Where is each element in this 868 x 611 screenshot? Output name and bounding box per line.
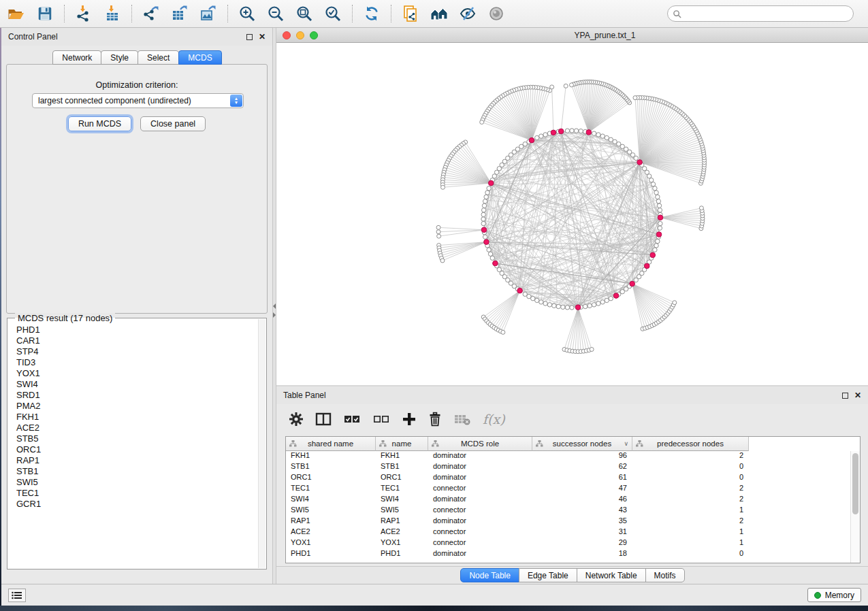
column-header-MCDS-role[interactable]: MCDS role	[428, 437, 532, 451]
close-panel-button[interactable]: Close panel	[140, 116, 206, 131]
splitter-collapse-right-icon[interactable]	[273, 312, 276, 318]
mcds-result-title: MCDS result (17 nodes)	[15, 313, 115, 323]
tab-select[interactable]: Select	[138, 50, 179, 65]
import-network-icon[interactable]	[69, 2, 98, 25]
control-panel-title: Control Panel	[8, 32, 58, 42]
mcds-result-item[interactable]: ORC1	[16, 444, 266, 455]
mcds-result-item[interactable]: RAP1	[16, 455, 266, 466]
table-row[interactable]: ACE2ACE2connector311	[286, 527, 860, 538]
show-all-icon[interactable]	[482, 2, 511, 25]
zoom-fit-icon[interactable]	[290, 2, 319, 25]
hide-selected-icon[interactable]	[453, 2, 482, 25]
cell-shared-name: SWI5	[286, 506, 376, 516]
table-row[interactable]: STB1STB1dominator620	[286, 462, 860, 473]
select-all-columns-icon[interactable]	[343, 412, 361, 427]
export-table-icon[interactable]	[165, 2, 194, 25]
network-canvas[interactable]	[276, 43, 868, 385]
cell-shared-name: STB1	[286, 462, 376, 473]
toolbar-separator	[64, 5, 65, 22]
mcds-result-item[interactable]: STP4	[16, 346, 266, 357]
first-neighbors-icon[interactable]	[425, 2, 453, 25]
search-box[interactable]	[667, 5, 854, 22]
mcds-result-item[interactable]: CAR1	[16, 335, 266, 346]
mcds-result-item[interactable]: PHD1	[16, 325, 266, 335]
cell-successor-nodes: 62	[532, 462, 632, 473]
mcds-result-item[interactable]: TEC1	[16, 488, 266, 499]
zoom-out-icon[interactable]	[261, 2, 290, 25]
table-scrollbar[interactable]	[850, 451, 860, 563]
network-window-titlebar[interactable]: YPA_prune.txt_1	[276, 28, 868, 43]
mcds-result-item[interactable]: ACE2	[16, 423, 266, 433]
table-scrollbar-thumb[interactable]	[852, 453, 858, 514]
toolbar-separator	[227, 5, 228, 22]
cell-name: PHD1	[376, 549, 428, 560]
task-history-button[interactable]	[8, 589, 26, 602]
create-column-plus-icon[interactable]	[402, 412, 417, 427]
splitter-collapse-left-icon[interactable]	[273, 303, 276, 309]
column-header-shared-name[interactable]: shared name	[286, 437, 376, 451]
delete-column-trash-icon[interactable]	[428, 412, 442, 427]
network-graph	[276, 43, 868, 385]
mcds-result-item[interactable]: STB5	[16, 433, 266, 444]
cell-shared-name: SWI4	[286, 495, 376, 506]
column-header-name[interactable]: name	[376, 437, 428, 451]
mcds-result-item[interactable]: YOX1	[16, 368, 266, 379]
table-row[interactable]: ORC1ORC1dominator610	[286, 473, 860, 484]
export-network-icon[interactable]	[137, 2, 165, 25]
mcds-result-item[interactable]: SWI4	[16, 379, 266, 390]
column-header-predecessor-nodes[interactable]: predecessor nodes	[632, 437, 749, 451]
tab-style[interactable]: Style	[101, 50, 138, 65]
tab-network-table[interactable]: Network Table	[577, 568, 646, 582]
table-row[interactable]: SWI5SWI5connector431	[286, 506, 860, 516]
optimization-criterion-label: Optimization criterion:	[7, 80, 267, 90]
cell-MCDS-role: connector	[428, 506, 532, 516]
cell-name: ACE2	[376, 527, 428, 538]
result-scrollbar[interactable]	[258, 319, 266, 568]
cell-successor-nodes: 61	[532, 473, 632, 484]
mcds-result-item[interactable]: SWI5	[16, 477, 266, 488]
tab-network[interactable]: Network	[52, 50, 101, 65]
float-table-panel-icon[interactable]	[842, 393, 848, 399]
tab-edge-table[interactable]: Edge Table	[519, 568, 577, 582]
mcds-result-item[interactable]: STB1	[16, 466, 266, 477]
table-row[interactable]: TEC1TEC1connector472	[286, 484, 860, 495]
table-row[interactable]: YOX1YOX1connector291	[286, 538, 860, 549]
cell-predecessor-nodes: 1	[632, 538, 749, 549]
refresh-icon[interactable]	[357, 2, 386, 25]
table-settings-gear-icon[interactable]	[289, 412, 304, 427]
mcds-result-item[interactable]: FKH1	[16, 412, 266, 423]
criterion-dropdown[interactable]: largest connected component (undirected)…	[32, 93, 244, 108]
zoom-selected-icon[interactable]	[319, 2, 347, 25]
search-input[interactable]	[681, 9, 848, 18]
tab-motifs[interactable]: Motifs	[645, 568, 685, 582]
mcds-result-list[interactable]: PHD1CAR1STP4TID3YOX1SWI4SRD1PMA2FKH1ACE2…	[7, 318, 266, 510]
toolbar-separator	[352, 5, 353, 22]
table-row[interactable]: FKH1FKH1dominator962	[286, 451, 860, 462]
mcds-result-item[interactable]: GCR1	[16, 499, 266, 510]
cell-shared-name: RAP1	[286, 516, 376, 527]
export-image-icon[interactable]	[194, 2, 223, 25]
table-body: FKH1FKH1dominator962STB1STB1dominator620…	[286, 451, 860, 560]
show-column-panel-icon[interactable]	[315, 412, 332, 427]
save-session-icon[interactable]	[31, 2, 59, 25]
float-panel-icon[interactable]	[246, 34, 253, 40]
run-mcds-button[interactable]: Run MCDS	[68, 116, 131, 131]
cell-predecessor-nodes: 2	[632, 484, 749, 495]
table-row[interactable]: PHD1PHD1dominator180	[286, 549, 860, 560]
mcds-result-item[interactable]: PMA2	[16, 401, 266, 412]
column-header-successor-nodes[interactable]: successor nodes∨	[532, 437, 632, 451]
memory-button[interactable]: Memory	[807, 588, 861, 602]
zoom-in-icon[interactable]	[233, 2, 261, 25]
open-file-icon[interactable]	[2, 2, 31, 25]
tab-node-table[interactable]: Node Table	[460, 568, 519, 582]
mcds-result-item[interactable]: TID3	[16, 357, 266, 368]
new-network-from-selection-icon[interactable]	[396, 2, 425, 25]
table-row[interactable]: RAP1RAP1dominator352	[286, 516, 860, 527]
import-table-icon[interactable]	[98, 2, 127, 25]
mcds-result-item[interactable]: SRD1	[16, 390, 266, 401]
close-panel-icon[interactable]: ✕	[259, 33, 266, 40]
tab-mcds[interactable]: MCDS	[178, 50, 221, 65]
table-row[interactable]: SWI4SWI4dominator462	[286, 495, 860, 506]
unselect-all-columns-icon[interactable]	[372, 412, 390, 427]
close-table-panel-icon[interactable]: ✕	[854, 392, 861, 399]
